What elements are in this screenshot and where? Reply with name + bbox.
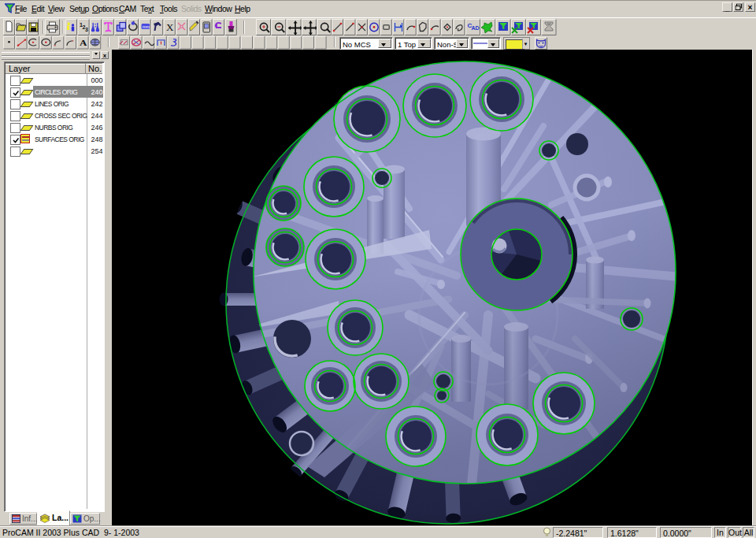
svg-text:mm: mm [143,24,150,29]
svg-text:3: 3 [85,27,88,32]
svg-text:X: X [166,21,174,33]
svg-text:AD: AD [472,25,480,31]
svg-text:A: A [80,39,87,47]
